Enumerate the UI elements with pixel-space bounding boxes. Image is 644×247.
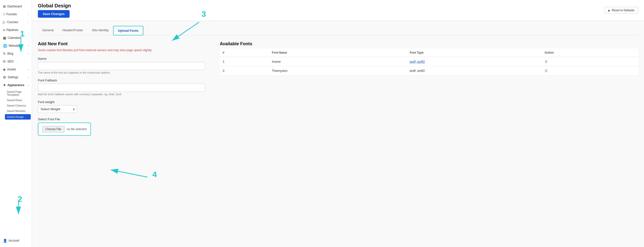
cell-num: 1 [220, 57, 269, 66]
sidebar-item-funnels[interactable]: ⑂ Funnels ‹ [0, 10, 32, 18]
fonts-table: # Font Name Font Type Action 1 Avenir wo… [220, 49, 638, 75]
sidebar-item-blog[interactable]: ✎ Blog ‹ [0, 50, 32, 58]
add-font-section: Add New Font Some custom font libraries … [38, 41, 205, 140]
page-title: Global Design [38, 3, 71, 9]
add-font-title: Add New Font [38, 41, 205, 47]
blog-icon: ✎ [3, 52, 6, 56]
website-icon: 🌐 [3, 44, 7, 48]
col-font-name: Font Name [269, 49, 407, 57]
weight-form-group: Font weight Select Weight 100 - Thin 200… [38, 100, 205, 113]
appearance-icon: ✦ [3, 83, 6, 87]
sidebar-item-appearance[interactable]: ✦ Appearance ‹ [0, 81, 32, 89]
sidebar-item-seo[interactable]: ⟳ SEO [0, 58, 32, 65]
sidebar-item-dashboard[interactable]: ⊞ Dashboard [0, 3, 32, 10]
sidebar-item-saved-columns[interactable]: Saved Columns [4, 103, 32, 108]
choose-file-button[interactable]: Choose File [42, 126, 64, 132]
table-row: 1 Avenir woff, woff2 🗑 [220, 57, 638, 66]
funnels-icon: ⑂ [3, 12, 5, 16]
main-content: Global Design Save Changes ▶ Reset to De… [32, 0, 644, 247]
sidebar-item-assets[interactable]: ◈ Assets ‹ [0, 65, 32, 73]
chevron-icon: ‹ [28, 21, 29, 24]
weight-label: Font weight [38, 100, 205, 104]
tab-site-identity[interactable]: Site Identity [88, 26, 113, 35]
reset-button[interactable]: ▶ Reset to Defaults [605, 7, 638, 14]
settings-icon: ⚙ [3, 75, 6, 79]
cell-font-name: Avenir [269, 57, 407, 66]
no-file-text: no file selected [67, 127, 86, 131]
font-type-link[interactable]: woff, woff2 [410, 60, 425, 64]
cell-font-type: woff, woff2 [407, 66, 542, 75]
header-right: ▶ Reset to Defaults [605, 7, 638, 14]
tab-upload-fonts[interactable]: Upload Fonts [113, 26, 143, 36]
chevron-icon: ‹ [28, 68, 29, 71]
tab-general[interactable]: General [38, 26, 58, 35]
save-button[interactable]: Save Changes [38, 10, 70, 18]
fallback-hint: Add the font's fallback names with comma… [38, 93, 205, 96]
select-weight-wrapper: Select Weight 100 - Thin 200 - Extra Lig… [38, 105, 77, 113]
sidebar-item-settings[interactable]: ⚙ Settings ‹ [0, 73, 32, 81]
table-row: 2 Themysion woff, woff2 🗑 [220, 66, 638, 75]
tabs-bar: General Header/Footer Site Identity Uplo… [38, 26, 638, 36]
warning-text: Some custom font libraries pull from ext… [38, 49, 205, 52]
file-upload-box: Choose File no file selected [38, 123, 91, 136]
col-action: Action [542, 49, 638, 57]
delete-icon[interactable]: 🗑 [544, 60, 548, 64]
sidebar-sub-menu: Saved Page Templates Saved Rows Saved Co… [0, 89, 32, 120]
delete-icon[interactable]: 🗑 [544, 69, 548, 73]
name-hint: The name of the font as it appears in th… [38, 71, 205, 74]
name-label: Name [38, 57, 205, 61]
available-fonts-title: Available Fonts [220, 41, 638, 47]
chevron-icon: ‹ [28, 84, 29, 87]
account-icon: 👤 [3, 239, 7, 242]
sidebar-item-calendars[interactable]: ▦ Calendars [0, 34, 32, 42]
col-num: # [220, 49, 269, 57]
select-weight[interactable]: Select Weight 100 - Thin 200 - Extra Lig… [38, 105, 77, 113]
sidebar-item-saved-rows[interactable]: Saved Rows [4, 97, 32, 103]
cell-action[interactable]: 🗑 [542, 66, 638, 75]
play-icon: ▶ [608, 9, 610, 12]
cell-font-name: Themysion [269, 66, 407, 75]
tab-header-footer[interactable]: Header/Footer [58, 26, 88, 35]
fonts-table-container: # Font Name Font Type Action 1 Avenir wo… [220, 49, 638, 75]
fallback-label: Font Fallback [38, 79, 205, 82]
chevron-icon: ‹ [28, 45, 29, 47]
chevron-icon: ‹ [28, 52, 29, 55]
assets-icon: ◈ [3, 67, 6, 71]
calendars-icon: ▦ [3, 36, 6, 40]
sidebar-item-saved-modules[interactable]: Saved Modules [4, 108, 32, 114]
chevron-icon: ‹ [28, 13, 29, 16]
pipelines-icon: ≡ [3, 28, 5, 32]
chevron-icon: ‹ [28, 76, 29, 79]
col-font-type: Font Type [407, 49, 542, 57]
fallback-form-group: Font Fallback Add the font's fallback na… [38, 79, 205, 96]
sidebar-item-global-design[interactable]: Global Design [5, 114, 31, 120]
cell-font-type[interactable]: woff, woff2 [407, 57, 542, 66]
cell-num: 2 [220, 66, 269, 75]
cell-action[interactable]: 🗑 [542, 57, 638, 66]
sidebar-item-saved-page-templates[interactable]: Saved Page Templates [4, 89, 32, 97]
header-bar: Global Design Save Changes ▶ Reset to De… [32, 0, 644, 21]
two-column-layout: Add New Font Some custom font libraries … [38, 41, 638, 140]
file-form-group: Select Font File Choose File no file sel… [38, 117, 205, 136]
seo-icon: ⟳ [3, 60, 6, 64]
file-label: Select Font File [38, 117, 205, 121]
sidebar: ⊞ Dashboard ⑂ Funnels ‹ ▷ Courses ‹ ≡ Pi… [0, 0, 32, 247]
name-input[interactable] [38, 62, 205, 70]
sidebar-item-account[interactable]: 👤 Account [0, 237, 32, 244]
available-fonts-section: Available Fonts # Font Name Font Type Ac… [220, 41, 638, 140]
fallback-input[interactable] [38, 84, 205, 92]
content-area: General Header/Footer Site Identity Uplo… [32, 21, 644, 145]
sidebar-item-courses[interactable]: ▷ Courses ‹ [0, 18, 32, 26]
sidebar-item-website[interactable]: 🌐 Website ‹ [0, 42, 32, 50]
dashboard-icon: ⊞ [3, 5, 6, 8]
sidebar-item-pipelines[interactable]: ≡ Pipelines [0, 26, 32, 34]
name-form-group: Name The name of the font as it appears … [38, 57, 205, 74]
courses-icon: ▷ [3, 20, 6, 24]
